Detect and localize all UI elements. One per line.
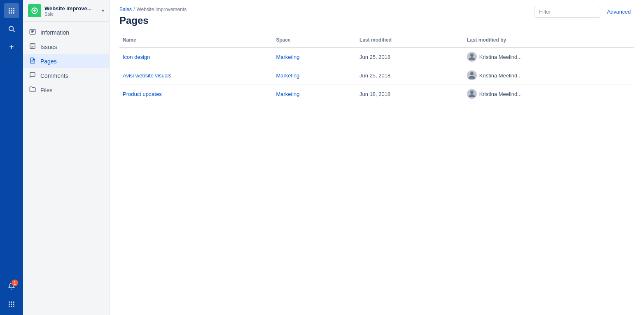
svg-rect-13 [13,301,14,303]
sidebar-item-pages[interactable]: Pages [23,54,109,68]
row-0-user-name: Kristina Meelind... [479,54,522,60]
row-1-name-link[interactable]: Avisi website visuals [123,72,171,79]
global-nav: + 1 [0,0,23,315]
svg-point-2 [13,8,14,9]
breadcrumb-separator: / [133,7,135,12]
svg-rect-17 [9,306,10,307]
row-2-user-name: Kristina Meelind... [479,91,522,97]
sidebar-item-files-label: Files [40,87,53,93]
svg-point-29 [470,72,474,75]
pages-table: Name Space Last modified Last modified b… [119,33,634,103]
row-1-name: Avisi website visuals [119,66,273,85]
svg-line-10 [13,30,14,32]
project-type: Sale [44,12,98,16]
sidebar-item-comments-label: Comments [40,72,68,79]
row-2-modified-by: Kristina Meelind... [464,85,634,103]
svg-point-9 [9,26,14,31]
col-header-modified-by: Last modified by [464,33,634,47]
sidebar: Website improve... Sale ▾ Information [23,0,110,315]
sidebar-item-pages-label: Pages [40,58,57,65]
row-2-date: Jun 18, 2018 [356,85,464,103]
row-1-user-name: Kristina Meelind... [479,72,522,79]
row-2-name-link[interactable]: Product updates [123,91,162,97]
advanced-button[interactable]: Advanced [604,6,634,17]
notifications-button[interactable]: 1 [4,279,19,294]
col-header-space: Space [273,33,356,47]
row-1-date: Jun 25, 2018 [356,66,464,85]
sidebar-item-files[interactable]: Files [23,83,109,97]
row-1-space: Marketing [273,66,356,85]
col-header-name: Name [119,33,273,47]
svg-rect-11 [9,301,10,303]
search-nav-button[interactable] [4,21,19,36]
chevron-down-icon: ▾ [102,8,104,14]
comments-icon [29,72,36,79]
svg-point-1 [11,8,12,9]
row-2-space-link[interactable]: Marketing [276,91,299,97]
main-wrapper: Sales / Website improvements Pages Advan… [110,0,644,315]
svg-point-3 [9,10,10,12]
main-content: Sales / Website improvements Pages Advan… [110,0,644,315]
svg-rect-15 [11,304,12,305]
svg-rect-18 [11,306,12,307]
project-name: Website improve... [44,5,98,12]
svg-rect-16 [13,304,14,305]
row-2-name: Product updates [119,85,273,103]
create-nav-button[interactable]: + [4,40,19,54]
row-1-space-link[interactable]: Marketing [276,72,299,79]
svg-rect-14 [9,304,10,305]
home-nav-button[interactable] [4,3,19,18]
sidebar-item-issues-label: Issues [40,44,57,50]
svg-rect-19 [13,306,14,307]
svg-point-0 [9,8,10,9]
files-icon [29,86,36,94]
breadcrumb-parent-link[interactable]: Sales [119,7,132,12]
row-1-modified-by: Kristina Meelind... [464,66,634,85]
row-2-avatar [467,89,477,99]
sidebar-navigation: Information Issues Pages [23,22,109,315]
sidebar-item-information-label: Information [40,29,69,36]
information-icon [29,28,36,36]
table-row: Avisi website visualsMarketingJun 25, 20… [119,66,634,85]
svg-rect-12 [11,301,12,303]
content-area: Name Space Last modified Last modified b… [110,33,644,315]
breadcrumb-current: Website improvements [136,7,187,12]
sidebar-item-comments[interactable]: Comments [23,68,109,83]
row-0-space-link[interactable]: Marketing [276,54,299,60]
row-0-name: Icon design [119,47,273,66]
notification-badge: 1 [12,280,18,286]
table-row: Product updatesMarketingJun 18, 2018 Kri… [119,85,634,103]
row-1-avatar [467,70,477,80]
filter-input[interactable] [534,6,600,18]
row-2-space: Marketing [273,85,356,103]
project-header[interactable]: Website improve... Sale ▾ [23,0,109,22]
sidebar-item-information[interactable]: Information [23,25,109,40]
col-header-last-modified: Last modified [356,33,464,47]
issues-icon [29,43,36,51]
project-icon [28,4,41,17]
svg-point-5 [13,10,14,12]
row-0-avatar [467,52,477,62]
table-row: Icon designMarketingJun 25, 2018 Kristin… [119,47,634,66]
svg-point-6 [9,12,10,14]
toolbar: Advanced [534,6,634,18]
project-info: Website improve... Sale [44,5,98,16]
pages-icon [29,57,36,65]
row-0-name-link[interactable]: Icon design [123,54,150,60]
svg-point-8 [13,12,14,14]
row-0-space: Marketing [273,47,356,66]
row-0-date: Jun 25, 2018 [356,47,464,66]
apps-nav-button[interactable] [4,297,19,312]
svg-point-30 [470,91,474,94]
sidebar-item-issues[interactable]: Issues [23,40,109,54]
row-0-modified-by: Kristina Meelind... [464,47,634,66]
svg-point-4 [11,10,12,12]
svg-point-28 [470,54,474,57]
svg-point-7 [11,12,12,14]
